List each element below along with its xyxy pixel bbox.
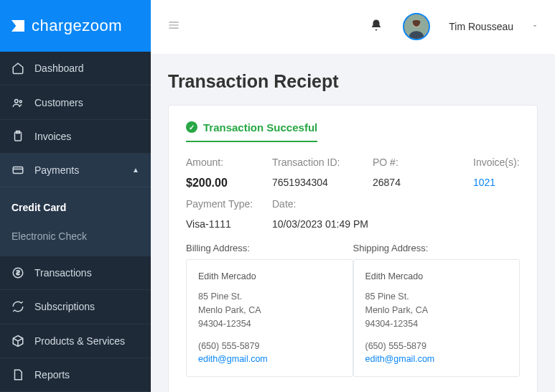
shipping-phone: (650) 555-5879 bbox=[365, 340, 508, 353]
brand-logo[interactable]: chargezoom bbox=[0, 0, 151, 52]
user-menu-caret-icon[interactable] bbox=[531, 20, 539, 33]
brand-mark-icon bbox=[11, 19, 26, 33]
sidebar-item-label: Dashboard bbox=[34, 62, 84, 74]
sidebar-item-label: Subscriptions bbox=[34, 301, 95, 312]
sidebar-item-label: Transactions bbox=[34, 267, 92, 279]
svg-rect-3 bbox=[13, 167, 23, 173]
sidebar-item-payments[interactable]: Payments ▲ bbox=[0, 154, 151, 187]
billing-line1: 85 Pine St. bbox=[198, 290, 341, 304]
shipping-email: edith@gmail.com bbox=[365, 353, 508, 366]
sidebar-item-label: Invoices bbox=[34, 131, 71, 142]
user-name: Tim Rousseau bbox=[449, 21, 513, 32]
svg-point-0 bbox=[15, 99, 19, 103]
topbar: Tim Rousseau bbox=[151, 0, 555, 54]
sidebar-subitem-electronic-check[interactable]: Electronic Check bbox=[0, 222, 151, 251]
clipboard-icon bbox=[11, 130, 24, 143]
amount-label: Amount: bbox=[186, 157, 272, 168]
billing-box: Edith Mercado 85 Pine St. Menlo Park, CA… bbox=[186, 259, 353, 378]
sidebar-item-label: Payments bbox=[34, 164, 79, 176]
sidebar-item-transactions[interactable]: Transactions bbox=[0, 256, 151, 290]
date-label: Date: bbox=[272, 198, 373, 210]
ptype-value: Visa-1111 bbox=[186, 218, 272, 230]
txid-value: 7651934304 bbox=[272, 177, 373, 190]
brand-name: chargezoom bbox=[32, 17, 122, 35]
box-icon bbox=[11, 335, 24, 347]
users-icon bbox=[11, 96, 24, 109]
user-avatar[interactable] bbox=[403, 13, 430, 40]
page-title: Transaction Reciept bbox=[168, 71, 538, 92]
shipping-name: Edith Mercado bbox=[365, 270, 508, 284]
check-circle-icon: ✓ bbox=[186, 121, 197, 133]
amount-value: $200.00 bbox=[186, 177, 272, 190]
main: Tim Rousseau Transaction Reciept ✓ Trans… bbox=[151, 0, 555, 392]
billing-line2: Menlo Park, CA bbox=[198, 304, 341, 317]
receipt-card: ✓ Transaction Succesful Amount: Transact… bbox=[168, 105, 538, 392]
sidebar-item-customers[interactable]: Customers bbox=[0, 85, 151, 119]
sidebar-item-subscriptions[interactable]: Subscriptions bbox=[0, 290, 151, 324]
content-area: Transaction Reciept ✓ Transaction Succes… bbox=[151, 54, 555, 392]
invoice-link[interactable]: 1021 bbox=[473, 177, 520, 190]
transaction-fields: Amount: Transaction ID: PO #: Invoice(s)… bbox=[186, 157, 520, 230]
refresh-icon bbox=[11, 300, 24, 313]
card-icon bbox=[11, 164, 24, 177]
po-value: 26874 bbox=[373, 177, 473, 190]
sidebar-sub-payments: Credit Card Electronic Check bbox=[0, 187, 151, 256]
svg-point-1 bbox=[19, 101, 22, 103]
ptype-label: Payment Type: bbox=[186, 198, 272, 210]
shipping-column: Shipping Address: Edith Mercado 85 Pine … bbox=[353, 243, 521, 378]
dollar-icon bbox=[11, 266, 24, 279]
sidebar-subitem-label: Electronic Check bbox=[11, 230, 87, 242]
chevron-up-icon: ▲ bbox=[132, 166, 139, 174]
status-text: Transaction Succesful bbox=[203, 121, 317, 134]
billing-phone: (650) 555-5879 bbox=[198, 340, 341, 353]
billing-column: Billing Address: Edith Mercado 85 Pine S… bbox=[186, 243, 353, 378]
sidebar-item-label: Products & Services bbox=[34, 335, 125, 347]
sidebar-item-label: Reports bbox=[34, 369, 70, 381]
shipping-line2: Menlo Park, CA bbox=[365, 304, 508, 317]
invoice-label: Invoice(s): bbox=[473, 157, 520, 168]
shipping-box: Edith Mercado 85 Pine St. Menlo Park, CA… bbox=[353, 259, 521, 378]
sidebar-subitem-credit-card[interactable]: Credit Card bbox=[0, 193, 151, 222]
billing-title: Billing Address: bbox=[186, 243, 353, 253]
sidebar-item-reports[interactable]: Reports bbox=[0, 358, 151, 392]
sidebar-item-products[interactable]: Products & Services bbox=[0, 325, 151, 358]
billing-email: edith@gmail.com bbox=[198, 353, 341, 366]
sidebar: chargezoom Dashboard Customers Invoices … bbox=[0, 0, 151, 392]
shipping-line3: 94304-12354 bbox=[365, 317, 508, 331]
billing-name: Edith Mercado bbox=[198, 270, 341, 284]
notifications-button[interactable] bbox=[370, 19, 383, 34]
sidebar-subitem-label: Credit Card bbox=[11, 202, 66, 213]
home-icon bbox=[11, 62, 24, 75]
menu-toggle-button[interactable] bbox=[167, 18, 181, 35]
addresses-row: Billing Address: Edith Mercado 85 Pine S… bbox=[186, 243, 520, 378]
document-icon bbox=[11, 368, 24, 381]
txid-label: Transaction ID: bbox=[272, 157, 373, 168]
shipping-line1: 85 Pine St. bbox=[365, 290, 508, 304]
sidebar-item-invoices[interactable]: Invoices bbox=[0, 120, 151, 154]
shipping-title: Shipping Address: bbox=[353, 243, 521, 253]
sidebar-item-label: Customers bbox=[34, 97, 83, 108]
sidebar-item-dashboard[interactable]: Dashboard bbox=[0, 52, 151, 85]
billing-line3: 94304-12354 bbox=[198, 317, 341, 331]
date-value: 10/03/2023 01:49 PM bbox=[272, 218, 520, 230]
po-label: PO #: bbox=[373, 157, 473, 168]
status-badge: ✓ Transaction Succesful bbox=[186, 121, 317, 142]
